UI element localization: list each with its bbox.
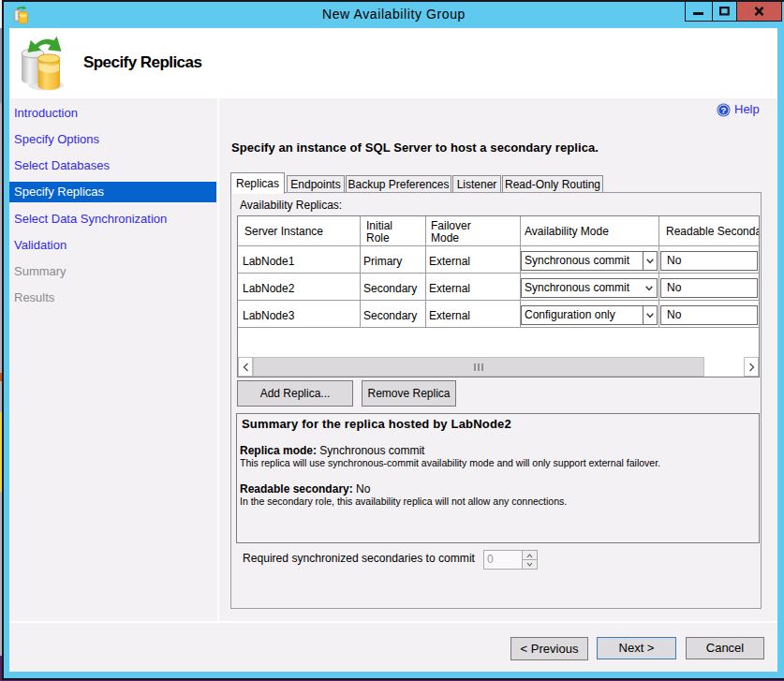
- svg-text:?: ?: [721, 105, 727, 115]
